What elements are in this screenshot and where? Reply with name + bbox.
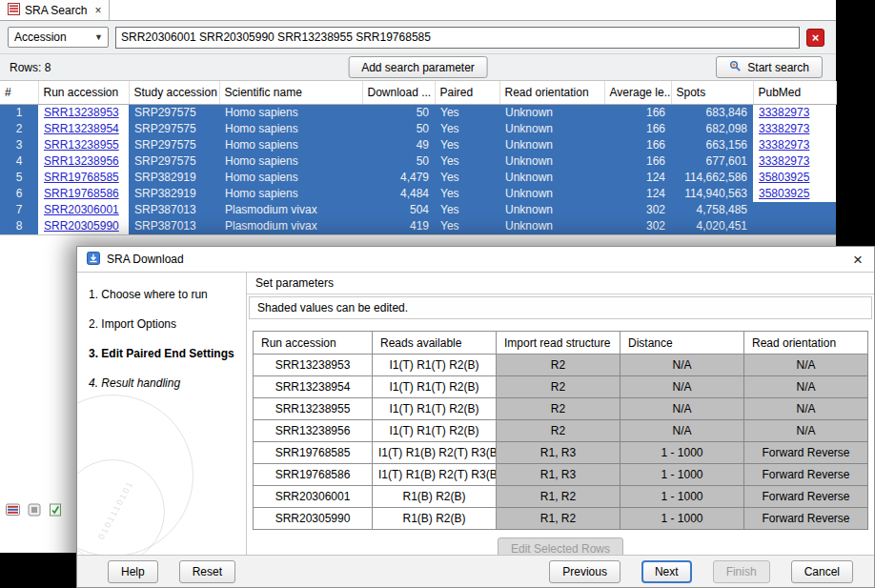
param-row[interactable]: SRR20305990R1(B) R2(B)R1, R21 - 1000Forw… <box>254 508 868 530</box>
run-accession[interactable]: SRR13238956 <box>38 153 129 170</box>
col-paired[interactable]: Paired <box>435 81 499 104</box>
result-row[interactable]: 7SRR20306001SRP387013Plasmodium vivax504… <box>0 202 836 218</box>
run-accession[interactable]: SRR19768585 <box>38 170 129 186</box>
run-accession[interactable]: SRR13238953 <box>38 104 129 121</box>
cancel-button[interactable]: Cancel <box>791 560 853 583</box>
pubmed[interactable] <box>753 218 836 235</box>
dialog-close-icon[interactable]: × <box>851 252 865 268</box>
run-accession-link[interactable]: SRR20305990 <box>44 219 119 233</box>
param-row[interactable]: SRR13238953I1(T) R1(T) R2(B)R2N/AN/A <box>254 355 868 376</box>
param-row[interactable]: SRR20306001R1(B) R2(B)R1, R21 - 1000Forw… <box>254 486 868 508</box>
param-read-orientation[interactable]: Forward Reverse <box>744 486 868 508</box>
run-accession-link[interactable]: SRR19768585 <box>44 171 119 184</box>
run-accession[interactable]: SRR20306001 <box>38 202 129 218</box>
result-row[interactable]: 5SRR19768585SRP382919Homo sapiens4,479Ye… <box>0 170 836 186</box>
pubmed[interactable] <box>753 202 836 218</box>
param-import-read-structure[interactable]: R1, R2 <box>497 486 621 508</box>
finish-button[interactable]: Finish <box>713 560 770 583</box>
param-import-read-structure[interactable]: R1, R3 <box>497 464 621 486</box>
param-distance[interactable]: N/A <box>621 398 744 420</box>
clear-search-button[interactable]: × <box>806 29 824 47</box>
result-row[interactable]: 6SRR19768586SRP382919Homo sapiens4,484Ye… <box>0 186 836 202</box>
col-read-orientation[interactable]: Read orientation <box>499 81 604 104</box>
result-row[interactable]: 1SRR13238953SRP297575Homo sapiens50YesUn… <box>0 104 836 121</box>
run-accession-link[interactable]: SRR20306001 <box>44 203 119 216</box>
pubmed-link[interactable]: 33382973 <box>759 154 809 168</box>
search-input[interactable] <box>115 27 800 49</box>
pubmed[interactable]: 33382973 <box>753 104 836 121</box>
pubmed-link[interactable]: 33382973 <box>759 106 809 119</box>
col-download[interactable]: Download ... <box>362 81 435 104</box>
param-read-orientation[interactable]: N/A <box>744 420 868 442</box>
param-distance[interactable]: 1 - 1000 <box>621 508 744 530</box>
run-accession-link[interactable]: SRR13238954 <box>44 122 119 135</box>
run-accession-link[interactable]: SRR13238955 <box>44 138 119 152</box>
run-accession[interactable]: SRR20305990 <box>38 218 129 235</box>
col-run-accession[interactable]: Run accession <box>38 81 129 104</box>
param-distance[interactable]: 1 - 1000 <box>621 442 744 464</box>
col-pubmed[interactable]: PubMed <box>753 81 836 104</box>
pubmed[interactable]: 35803925 <box>753 170 836 186</box>
run-accession-link[interactable]: SRR13238956 <box>44 154 119 168</box>
param-read-orientation[interactable]: N/A <box>744 355 868 376</box>
add-search-parameter-button[interactable]: Add search parameter <box>348 56 488 78</box>
param-read-orientation[interactable]: N/A <box>744 398 868 420</box>
param-read-orientation[interactable]: Forward Reverse <box>744 508 868 530</box>
pubmed-link[interactable]: 33382973 <box>759 122 809 135</box>
pubmed[interactable]: 33382973 <box>753 137 836 153</box>
result-row[interactable]: 2SRR13238954SRP297575Homo sapiens50YesUn… <box>0 121 836 137</box>
param-distance[interactable]: N/A <box>621 355 744 376</box>
param-row[interactable]: SRR19768586I1(T) R1(B) R2(T) R3(B)R1, R3… <box>254 464 868 486</box>
param-row[interactable]: SRR13238954I1(T) R1(T) R2(B)R2N/AN/A <box>254 376 868 398</box>
checklist-icon[interactable] <box>49 503 62 519</box>
run-accession[interactable]: SRR13238954 <box>38 121 129 137</box>
wizard-step-import-options[interactable]: 2. Import Options <box>89 317 234 332</box>
help-button[interactable]: Help <box>108 560 158 583</box>
wizard-step-choose-where-to-run[interactable]: 1. Choose where to run <box>89 288 234 302</box>
param-distance[interactable]: 1 - 1000 <box>621 464 744 486</box>
wizard-step-edit-paired-end-settings[interactable]: 3. Edit Paired End Settings <box>89 347 234 361</box>
wizard-step-result-handling[interactable]: 4. Result handling <box>89 376 234 391</box>
previous-button[interactable]: Previous <box>549 560 621 583</box>
pubmed-link[interactable]: 35803925 <box>759 187 809 200</box>
run-accession[interactable]: SRR19768586 <box>38 186 129 202</box>
run-accession[interactable]: SRR13238955 <box>38 137 129 153</box>
run-accession-link[interactable]: SRR19768586 <box>44 187 119 200</box>
param-distance[interactable]: N/A <box>621 420 744 442</box>
param-row[interactable]: SRR19768585I1(T) R1(B) R2(T) R3(B)R1, R3… <box>254 442 868 464</box>
reset-button[interactable]: Reset <box>179 560 235 583</box>
workbench-icon[interactable] <box>6 503 20 519</box>
param-row[interactable]: SRR13238955I1(T) R1(T) R2(B)R2N/AN/A <box>254 398 868 420</box>
param-read-orientation[interactable]: Forward Reverse <box>744 464 868 486</box>
param-read-orientation[interactable]: N/A <box>744 376 868 398</box>
col-spots[interactable]: Spots <box>671 81 753 104</box>
pubmed[interactable]: 33382973 <box>753 153 836 170</box>
param-import-read-structure[interactable]: R2 <box>497 420 621 442</box>
param-read-orientation[interactable]: Forward Reverse <box>744 442 868 464</box>
pubmed-link[interactable]: 33382973 <box>759 138 809 152</box>
pubmed-link[interactable]: 35803925 <box>759 171 809 184</box>
start-search-button[interactable]: Start search <box>716 56 823 78</box>
result-row[interactable]: 3SRR13238955SRP297575Homo sapiens49YesUn… <box>0 137 836 153</box>
param-row[interactable]: SRR13238956I1(T) R1(T) R2(B)R2N/AN/A <box>254 420 868 442</box>
param-import-read-structure[interactable]: R2 <box>497 376 621 398</box>
search-field-selector[interactable]: Accession ▼ <box>8 27 109 48</box>
run-accession-link[interactable]: SRR13238953 <box>44 106 119 119</box>
result-row[interactable]: 4SRR13238956SRP297575Homo sapiens50YesUn… <box>0 153 836 170</box>
col-study-accession[interactable]: Study accession <box>129 81 219 104</box>
result-row[interactable]: 8SRR20305990SRP387013Plasmodium vivax419… <box>0 218 836 235</box>
processes-icon[interactable] <box>28 503 41 519</box>
next-button[interactable]: Next <box>641 560 692 583</box>
pubmed[interactable]: 35803925 <box>753 186 836 202</box>
param-import-read-structure[interactable]: R2 <box>497 355 621 376</box>
param-import-read-structure[interactable]: R1, R2 <box>497 508 621 530</box>
tab-close-icon[interactable]: × <box>94 4 101 17</box>
pubmed[interactable]: 33382973 <box>753 121 836 137</box>
col-number[interactable]: # <box>0 81 38 104</box>
param-import-read-structure[interactable]: R1, R3 <box>497 442 621 464</box>
param-distance[interactable]: 1 - 1000 <box>621 486 744 508</box>
col-average-length[interactable]: Average le... <box>604 81 671 104</box>
tab-sra-search[interactable]: SRA Search × <box>0 0 110 20</box>
dialog-titlebar[interactable]: SRA Download × <box>77 247 874 273</box>
param-distance[interactable]: N/A <box>621 376 744 398</box>
